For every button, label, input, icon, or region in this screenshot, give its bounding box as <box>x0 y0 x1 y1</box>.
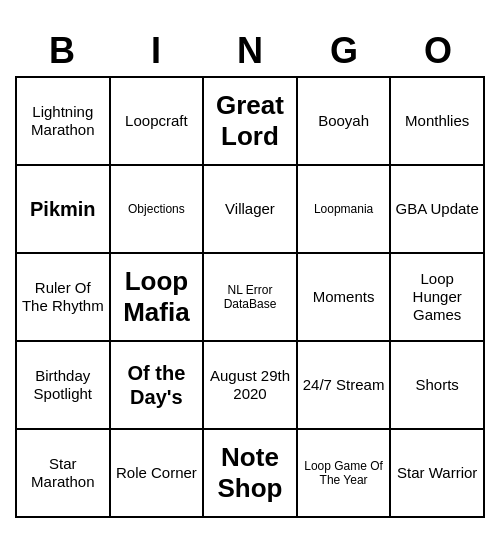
cell-text: Note Shop <box>208 442 292 504</box>
cell-text: Star Warrior <box>397 464 477 482</box>
cell-r2-c1: Loop Mafia <box>111 254 205 342</box>
cell-text: Loopcraft <box>125 112 188 130</box>
cell-text: Pikmin <box>30 197 96 221</box>
cell-text: August 29th 2020 <box>208 367 292 403</box>
cell-r0-c3: Booyah <box>298 78 392 166</box>
header-letter: B <box>15 26 109 76</box>
cell-text: Moments <box>313 288 375 306</box>
cell-r4-c2: Note Shop <box>204 430 298 518</box>
cell-text: 24/7 Stream <box>303 376 385 394</box>
cell-text: Of the Day's <box>115 361 199 409</box>
cell-text: Great Lord <box>208 90 292 152</box>
cell-r3-c0: Birthday Spotlight <box>17 342 111 430</box>
cell-text: Lightning Marathon <box>21 103 105 139</box>
cell-r3-c4: Shorts <box>391 342 485 430</box>
cell-r0-c2: Great Lord <box>204 78 298 166</box>
cell-text: NL Error DataBase <box>208 283 292 312</box>
cell-r3-c2: August 29th 2020 <box>204 342 298 430</box>
cell-text: Loop Mafia <box>115 266 199 328</box>
cell-text: Shorts <box>416 376 459 394</box>
cell-text: Loop Hunger Games <box>395 270 479 324</box>
cell-r0-c4: Monthlies <box>391 78 485 166</box>
header-letter: N <box>203 26 297 76</box>
cell-r1-c2: Villager <box>204 166 298 254</box>
cell-r2-c2: NL Error DataBase <box>204 254 298 342</box>
cell-text: GBA Update <box>395 200 478 218</box>
cell-r1-c0: Pikmin <box>17 166 111 254</box>
cell-text: Booyah <box>318 112 369 130</box>
cell-text: Star Marathon <box>21 455 105 491</box>
cell-r1-c3: Loopmania <box>298 166 392 254</box>
cell-text: Loopmania <box>314 202 373 216</box>
header-letter: G <box>297 26 391 76</box>
cell-text: Ruler Of The Rhythm <box>21 279 105 315</box>
cell-text: Role Corner <box>116 464 197 482</box>
cell-r2-c4: Loop Hunger Games <box>391 254 485 342</box>
header-letter: I <box>109 26 203 76</box>
cell-text: Loop Game Of The Year <box>302 459 386 488</box>
cell-r3-c1: Of the Day's <box>111 342 205 430</box>
cell-text: Monthlies <box>405 112 469 130</box>
cell-r2-c0: Ruler Of The Rhythm <box>17 254 111 342</box>
cell-r0-c0: Lightning Marathon <box>17 78 111 166</box>
cell-r4-c1: Role Corner <box>111 430 205 518</box>
cell-text: Objections <box>128 202 185 216</box>
cell-r4-c3: Loop Game Of The Year <box>298 430 392 518</box>
cell-text: Villager <box>225 200 275 218</box>
header-letter: O <box>391 26 485 76</box>
cell-text: Birthday Spotlight <box>21 367 105 403</box>
cell-r1-c4: GBA Update <box>391 166 485 254</box>
bingo-card: BINGO Lightning MarathonLoopcraftGreat L… <box>15 26 485 518</box>
cell-r0-c1: Loopcraft <box>111 78 205 166</box>
cell-r3-c3: 24/7 Stream <box>298 342 392 430</box>
bingo-grid: Lightning MarathonLoopcraftGreat LordBoo… <box>15 76 485 518</box>
cell-r4-c4: Star Warrior <box>391 430 485 518</box>
bingo-header: BINGO <box>15 26 485 76</box>
cell-r4-c0: Star Marathon <box>17 430 111 518</box>
cell-r2-c3: Moments <box>298 254 392 342</box>
cell-r1-c1: Objections <box>111 166 205 254</box>
